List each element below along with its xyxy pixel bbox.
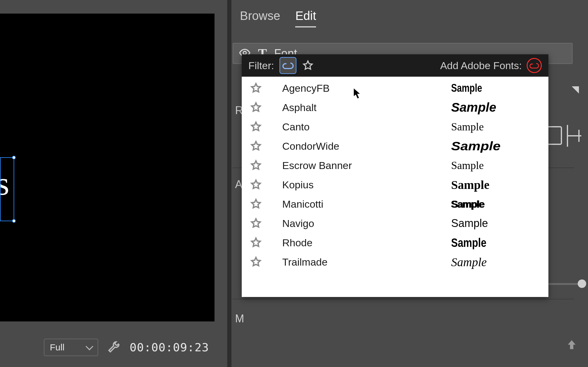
text-selection-box[interactable] <box>0 157 14 221</box>
star-icon <box>250 140 262 152</box>
section-label-m: M <box>235 312 244 325</box>
star-icon <box>250 179 262 191</box>
panel-menu-button[interactable] <box>570 85 582 97</box>
star-icon <box>250 159 262 171</box>
font-name: AgencyFB <box>270 82 451 94</box>
font-row[interactable]: KopiusSample <box>242 175 548 194</box>
add-adobe-fonts-label: Add Adobe Fonts: <box>440 60 522 72</box>
star-icon <box>250 237 262 249</box>
add-adobe-fonts-button[interactable] <box>527 58 542 73</box>
font-row[interactable]: AsphaltSample <box>242 98 548 117</box>
font-sample: Sample <box>451 236 525 250</box>
favorite-star-button[interactable] <box>250 217 262 229</box>
timecode-display[interactable]: 00:00:09:23 <box>130 341 209 354</box>
font-row[interactable]: Escrow BannerSample <box>242 156 548 175</box>
resolution-value: Full <box>50 342 64 353</box>
font-row[interactable]: ManicottiSample <box>242 194 548 214</box>
font-row[interactable]: RhodeSample <box>242 233 548 252</box>
creative-cloud-icon <box>282 59 294 72</box>
font-name: Escrow Banner <box>270 160 451 171</box>
favorite-star-button[interactable] <box>250 237 262 249</box>
star-icon <box>250 256 262 268</box>
star-icon <box>250 121 262 133</box>
filter-favorites-button[interactable] <box>300 58 316 73</box>
filter-adobe-fonts-button[interactable] <box>280 58 296 73</box>
font-row[interactable]: CantoSample <box>242 117 548 136</box>
favorite-star-button[interactable] <box>250 198 262 210</box>
font-name: Navigo <box>270 218 451 229</box>
font-sample: Sample <box>451 139 555 153</box>
font-name: CondorWide <box>270 140 451 152</box>
favorite-star-button[interactable] <box>250 179 262 191</box>
tab-browse[interactable]: Browse <box>240 9 280 26</box>
preview-footer: Full 00:00:09:23 <box>0 328 227 367</box>
font-sample: Sample <box>451 255 542 269</box>
font-dropdown-popover: Filter: Add Adobe Fonts: AgencyFBSampleA… <box>242 54 548 297</box>
tab-edit[interactable]: Edit <box>295 9 316 26</box>
font-sample: Sample <box>451 198 542 210</box>
creative-cloud-icon <box>529 62 539 69</box>
section-label-a: A <box>235 178 242 191</box>
favorite-star-button[interactable] <box>250 159 262 171</box>
font-name: Manicotti <box>270 198 451 210</box>
selection-handle-top-right[interactable] <box>12 156 16 159</box>
resolution-dropdown[interactable]: Full <box>44 339 98 356</box>
svg-point-0 <box>243 51 246 54</box>
wrench-icon <box>107 341 121 354</box>
font-name: Canto <box>270 121 451 133</box>
favorite-star-button[interactable] <box>250 101 262 113</box>
font-sample: Sample <box>451 100 542 115</box>
preview-panel: s Full 00:00:09:23 <box>0 0 227 367</box>
font-name: Kopius <box>270 179 451 191</box>
font-name: Asphalt <box>270 102 451 113</box>
font-row[interactable]: AgencyFBSample <box>242 78 548 98</box>
font-sample: Sample <box>451 82 524 94</box>
font-row[interactable]: CondorWideSample <box>242 136 548 156</box>
favorite-star-button[interactable] <box>250 82 262 94</box>
font-row[interactable]: NavigoSample <box>242 214 548 233</box>
font-sample: Sample <box>451 178 542 192</box>
font-sample: Sample <box>451 159 542 172</box>
section-divider <box>233 299 574 299</box>
font-row[interactable]: TrailmadeSample <box>242 252 548 272</box>
wrench-settings-button[interactable] <box>107 341 121 354</box>
font-name: Rhode <box>270 237 451 249</box>
preview-canvas[interactable]: s <box>0 14 215 321</box>
font-name: Trailmade <box>270 256 451 268</box>
favorite-star-button[interactable] <box>250 140 262 152</box>
star-icon <box>250 101 262 113</box>
selection-handle-bottom-right[interactable] <box>12 219 16 223</box>
favorite-star-button[interactable] <box>250 256 262 268</box>
font-popover-header: Filter: Add Adobe Fonts: <box>242 54 548 77</box>
star-icon <box>250 198 262 210</box>
panel-tabs: Browse Edit <box>240 9 316 26</box>
star-icon <box>250 82 262 94</box>
star-icon <box>250 217 262 229</box>
favorite-star-button[interactable] <box>250 121 262 133</box>
font-sample: Sample <box>451 217 542 230</box>
panel-divider[interactable] <box>227 0 231 367</box>
panel-corner-icon <box>570 85 581 95</box>
font-sample: Sample <box>451 120 542 133</box>
chevron-down-icon <box>86 343 93 350</box>
scroll-up-button[interactable] <box>565 338 579 352</box>
slider-knob[interactable] <box>578 279 586 288</box>
font-list[interactable]: AgencyFBSampleAsphaltSampleCantoSampleCo… <box>242 77 548 297</box>
star-icon <box>302 59 314 72</box>
arrow-up-icon <box>565 338 578 351</box>
filter-label: Filter: <box>248 60 274 72</box>
